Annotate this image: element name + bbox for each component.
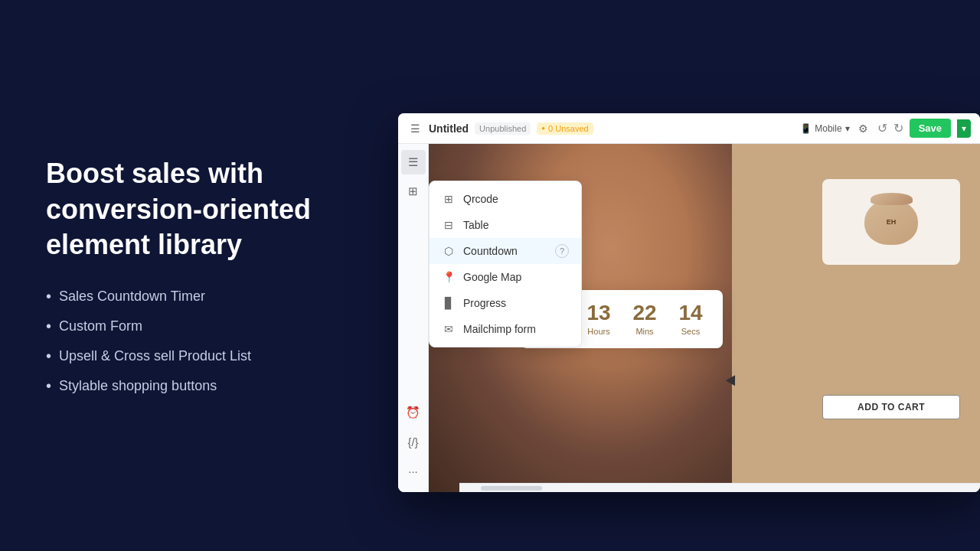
table-icon: ⊟ [442, 218, 456, 232]
product-jar-label: EH [887, 218, 897, 226]
countdown-hours: 13 Hours [582, 302, 616, 336]
product-card: EH [822, 179, 960, 265]
mailchimp-label: Mailchimp form [463, 323, 569, 335]
device-selector[interactable]: 📱 Mobile ▾ [800, 123, 849, 134]
editor-menu-icon[interactable]: ☰ [407, 121, 423, 136]
editor-topbar: ☰ Untitled Unpublished 0 Unsaved 📱 Mobil… [398, 113, 980, 144]
bullet-4: Stylable shopping buttons [46, 377, 337, 395]
unpublished-badge: Unpublished [475, 122, 531, 135]
product-panel: EH ADD TO CART [732, 144, 980, 492]
sidebar-pages-icon[interactable]: ☰ [401, 150, 426, 174]
countdown-secs: 14 Secs [674, 302, 707, 336]
add-to-cart-button[interactable]: ADD TO CART [822, 395, 960, 419]
mins-value: 22 [632, 302, 656, 324]
dropdown-item-mailchimp[interactable]: ✉ Mailchimp form [430, 316, 581, 342]
canvas-content: EH ADD TO CART 03 Days 13 Hours [429, 144, 980, 492]
redo-button[interactable]: ↻ [893, 121, 903, 135]
dropdown-item-progress[interactable]: ▊ Progress [430, 290, 581, 316]
table-label: Table [463, 219, 569, 231]
undo-button[interactable]: ↺ [877, 121, 887, 135]
scrollbar-thumb[interactable] [481, 486, 542, 491]
sidebar-more-icon[interactable]: ··· [401, 458, 426, 483]
hours-label: Hours [587, 327, 609, 336]
bullet-3: Upsell & Cross sell Product List [46, 347, 337, 365]
countdown-help-icon[interactable]: ? [555, 244, 569, 258]
topbar-left: ☰ Untitled Unpublished 0 Unsaved [407, 121, 593, 136]
countdown-icon: ⬡ [442, 244, 456, 258]
editor-sidebar: ☰ ⊞ ⏰ {/} ··· [398, 144, 429, 492]
settings-icon[interactable]: ⚙ [856, 121, 871, 136]
dropdown-item-qrcode[interactable]: ⊞ Qrcode [430, 186, 581, 212]
secs-label: Secs [681, 327, 700, 336]
feature-list: Sales Countdown Timer Custom Form Upsell… [46, 288, 337, 395]
product-image: EH [853, 191, 929, 253]
save-dropdown-button[interactable]: ▾ [957, 119, 971, 138]
main-heading: Boost sales with conversion-oriented ele… [46, 156, 337, 263]
dropdown-item-google-map[interactable]: 📍 Google Map [430, 264, 581, 290]
google-map-label: Google Map [463, 271, 569, 283]
qrcode-label: Qrcode [463, 193, 569, 205]
progress-icon: ▊ [442, 296, 456, 310]
mail-icon: ✉ [442, 322, 456, 336]
device-label: Mobile [815, 123, 841, 134]
countdown-label: Countdown [463, 245, 547, 257]
topbar-right: 📱 Mobile ▾ ⚙ ↺ ↻ Save ▾ [800, 119, 971, 138]
hours-value: 13 [586, 302, 610, 324]
map-pin-icon: 📍 [442, 270, 456, 284]
dropdown-item-table[interactable]: ⊟ Table [430, 212, 581, 238]
editor-title: Untitled [429, 122, 469, 135]
elements-dropdown: ⊞ Qrcode ⊟ Table ⬡ Countdown ? 📍 Google … [429, 181, 582, 347]
mobile-icon: 📱 [800, 123, 812, 134]
chevron-down-icon: ▾ [845, 123, 850, 134]
bullet-1: Sales Countdown Timer [46, 288, 337, 305]
qrcode-icon: ⊞ [442, 192, 456, 206]
canvas-scrollbar[interactable] [459, 483, 980, 492]
progress-label: Progress [463, 297, 569, 309]
mins-label: Mins [635, 327, 653, 336]
editor-window: ☰ Untitled Unpublished 0 Unsaved 📱 Mobil… [398, 113, 980, 492]
save-button[interactable]: Save [910, 119, 951, 138]
secs-value: 14 [678, 302, 702, 324]
countdown-mins: 22 Mins [628, 302, 662, 336]
sidebar-clock-icon[interactable]: ⏰ [401, 400, 426, 425]
left-panel: Boost sales with conversion-oriented ele… [0, 0, 383, 551]
dropdown-item-countdown[interactable]: ⬡ Countdown ? [430, 238, 581, 264]
sidebar-bottom: ⏰ {/} ··· [401, 400, 426, 492]
bullet-2: Custom Form [46, 318, 337, 335]
sidebar-code-icon[interactable]: {/} [401, 429, 426, 454]
editor-canvas: EH ADD TO CART 03 Days 13 Hours [429, 144, 980, 492]
product-jar: EH [864, 199, 918, 245]
unsaved-badge: 0 Unsaved [537, 122, 593, 135]
sidebar-elements-icon[interactable]: ⊞ [401, 179, 426, 204]
